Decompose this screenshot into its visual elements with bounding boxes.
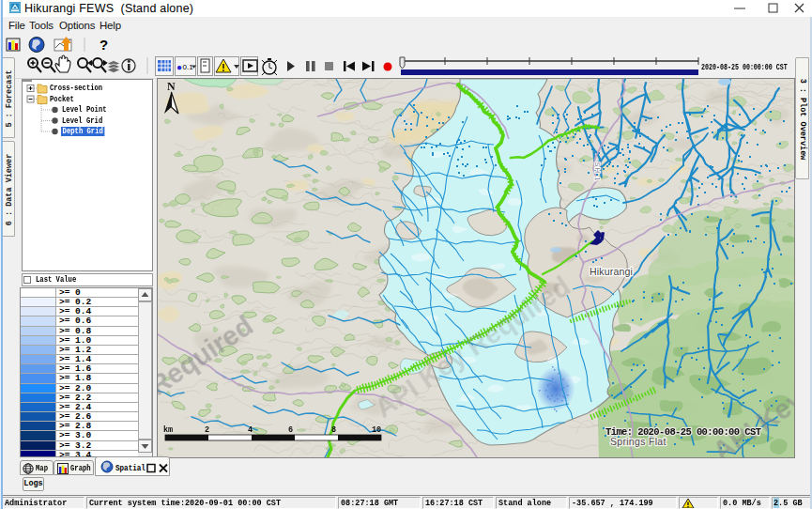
svg-text:2: 2	[205, 425, 209, 435]
svg-text:SH 1: SH 1	[593, 162, 602, 182]
svg-text:N: N	[167, 80, 176, 93]
svg-text:?: ?	[100, 37, 108, 53]
svg-text:Hikurangi: Hikurangi	[590, 266, 633, 277]
svg-text:km: km	[163, 425, 173, 435]
svg-text:10: 10	[372, 425, 381, 435]
svg-text:8: 8	[331, 425, 336, 435]
svg-text:4: 4	[248, 425, 253, 435]
svg-text:6: 6	[288, 425, 293, 435]
svg-text:Time: 2020-08-25 00:00:00 CST: Time: 2020-08-25 00:00:00 CST	[605, 426, 761, 438]
